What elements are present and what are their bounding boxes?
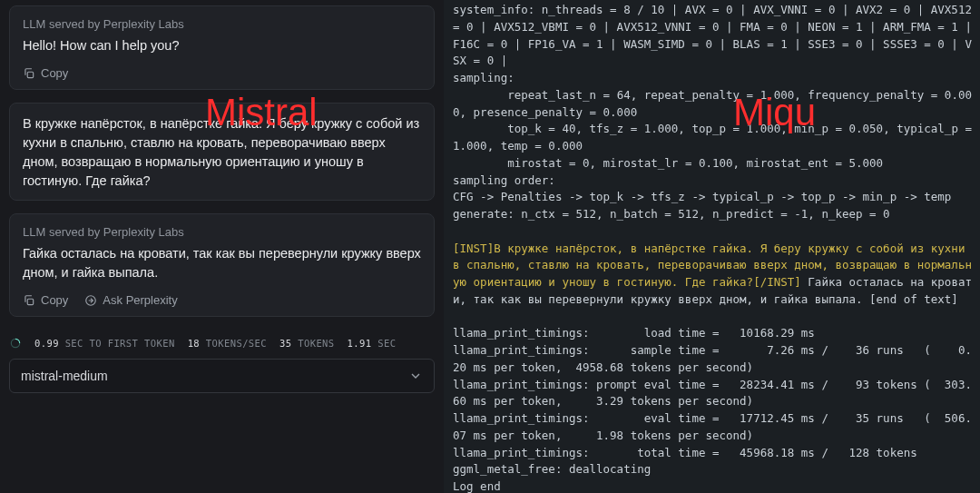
stats-bar: 0.99 SEC TO FIRST TOKEN 18 TOKENS/SEC 35… <box>9 337 435 350</box>
model-select[interactable]: mistral-medium <box>9 359 435 393</box>
copy-icon <box>23 294 35 307</box>
loading-icon <box>9 337 22 350</box>
copy-label: Copy <box>41 293 68 307</box>
model-name: mistral-medium <box>21 369 108 383</box>
assistant-message: LLM served by Perplexity Labs Hello! How… <box>9 5 435 90</box>
ttft-stat: 0.99 SEC TO FIRST TOKEN <box>34 338 175 349</box>
user-message: В кружке напёрсток, в напёрстке гайка. Я… <box>9 103 435 201</box>
message-meta: LLM served by Perplexity Labs <box>23 225 421 239</box>
message-text: В кружке напёрсток, в напёрстке гайка. Я… <box>23 114 421 191</box>
tps-stat: 18 TOKENS/SEC <box>188 338 267 349</box>
message-meta: LLM served by Perplexity Labs <box>23 17 421 31</box>
copy-button[interactable]: Copy <box>23 66 68 80</box>
message-text: Hello! How can I help you? <box>23 36 421 55</box>
copy-label: Copy <box>41 66 68 80</box>
tokens-stat: 35 TOKENS <box>279 338 335 349</box>
assistant-message: LLM served by Perplexity Labs Гайка оста… <box>9 213 435 317</box>
svg-rect-1 <box>27 299 33 304</box>
message-text: Гайка осталась на кровати, так как вы пе… <box>23 244 421 282</box>
ask-perplexity-button[interactable]: Ask Perplexity <box>84 293 177 307</box>
copy-icon <box>23 67 35 80</box>
ask-label: Ask Perplexity <box>103 293 177 307</box>
arrow-right-icon <box>84 294 97 307</box>
terminal-sysinfo: system_info: n_threads = 8 / 10 | AVX = … <box>453 3 979 221</box>
terminal-timings: llama_print_timings: load time = 10168.2… <box>453 326 972 493</box>
copy-button[interactable]: Copy <box>23 293 68 307</box>
message-actions: Copy <box>23 66 421 80</box>
terminal-panel: system_info: n_threads = 8 / 10 | AVX = … <box>444 0 980 493</box>
chevron-down-icon <box>408 369 423 383</box>
message-actions: Copy Ask Perplexity <box>23 293 421 307</box>
chat-panel: LLM served by Perplexity Labs Hello! How… <box>0 0 444 493</box>
svg-rect-0 <box>27 72 33 77</box>
duration-stat: 1.91 SEC <box>348 338 397 349</box>
